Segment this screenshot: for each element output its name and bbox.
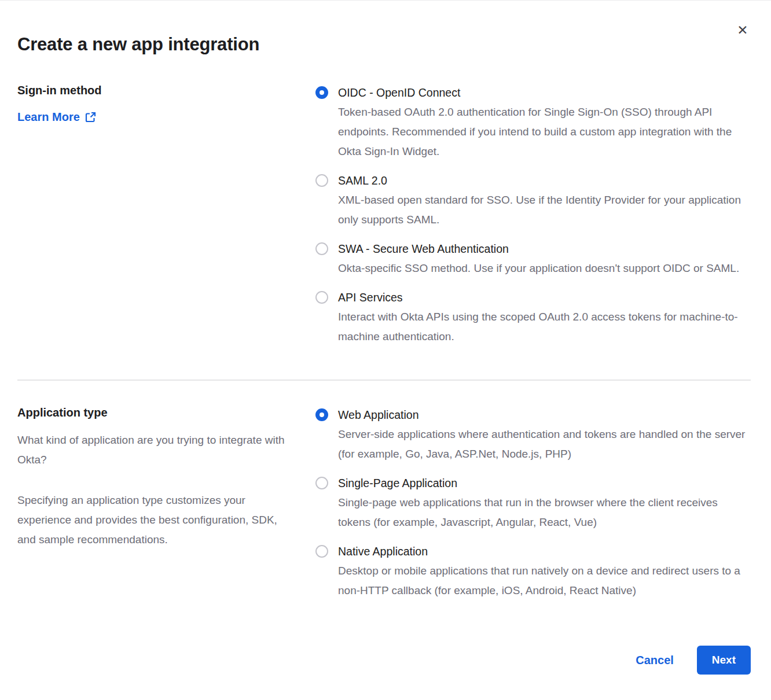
radio-unselected-icon[interactable] [315, 242, 328, 255]
close-icon: ✕ [737, 23, 748, 38]
learn-more-link[interactable]: Learn More [17, 110, 96, 124]
learn-more-label: Learn More [17, 110, 80, 124]
option-description: Token-based OAuth 2.0 authentication for… [338, 102, 746, 161]
radio-option-saml[interactable]: SAML 2.0 XML-based open standard for SSO… [315, 171, 751, 230]
option-description: Desktop or mobile applications that run … [338, 561, 746, 600]
signin-method-label: Sign-in method [17, 82, 288, 99]
option-description: Interact with Okta APIs using the scoped… [338, 307, 746, 347]
application-type-label: Application type [17, 404, 288, 421]
radio-unselected-icon[interactable] [315, 174, 328, 187]
section-divider [17, 380, 751, 381]
radio-option-single-page-application[interactable]: Single-Page Application Single-page web … [315, 473, 751, 532]
next-button[interactable]: Next [697, 646, 751, 675]
signin-method-section: Sign-in method Learn More OIDC - OpenID … [17, 82, 751, 347]
page-title: Create a new app integration [17, 34, 751, 55]
option-description: Server-side applications where authentic… [338, 425, 746, 464]
application-type-options: Web Application Server-side applications… [315, 404, 751, 600]
option-label: SAML 2.0 [338, 171, 746, 190]
cancel-button[interactable]: Cancel [636, 654, 674, 667]
option-label: OIDC - OpenID Connect [338, 83, 746, 102]
radio-unselected-icon[interactable] [315, 477, 328, 489]
option-description: Single-page web applications that run in… [338, 493, 746, 532]
modal-footer: Cancel Next [636, 646, 751, 675]
option-label: Web Application [338, 405, 746, 425]
radio-selected-icon[interactable] [315, 408, 328, 421]
radio-option-oidc[interactable]: OIDC - OpenID Connect Token-based OAuth … [315, 83, 751, 161]
application-type-left-column: Application type What kind of applicatio… [17, 404, 315, 550]
radio-unselected-icon[interactable] [315, 291, 328, 304]
option-label: Native Application [338, 541, 746, 561]
option-label: Single-Page Application [338, 473, 746, 493]
external-link-icon [85, 112, 96, 123]
radio-selected-icon[interactable] [315, 86, 328, 99]
radio-option-swa[interactable]: SWA - Secure Web Authentication Okta-spe… [315, 239, 751, 278]
radio-option-web-application[interactable]: Web Application Server-side applications… [315, 405, 751, 464]
create-app-integration-modal: ✕ Create a new app integration Sign-in m… [0, 0, 771, 700]
close-button[interactable]: ✕ [733, 20, 752, 40]
radio-option-native-application[interactable]: Native Application Desktop or mobile app… [315, 541, 751, 600]
radio-unselected-icon[interactable] [315, 545, 328, 558]
application-type-description-1: What kind of application are you trying … [17, 430, 288, 470]
radio-option-api-services[interactable]: API Services Interact with Okta APIs usi… [315, 288, 751, 347]
application-type-section: Application type What kind of applicatio… [17, 404, 751, 600]
application-type-description-2: Specifying an application type customize… [17, 491, 288, 550]
option-description: Okta-specific SSO method. Use if your ap… [338, 259, 739, 278]
option-label: SWA - Secure Web Authentication [338, 239, 739, 259]
option-description: XML-based open standard for SSO. Use if … [338, 190, 746, 230]
signin-method-options: OIDC - OpenID Connect Token-based OAuth … [315, 82, 751, 347]
option-label: API Services [338, 288, 746, 307]
signin-method-left-column: Sign-in method Learn More [17, 82, 315, 124]
